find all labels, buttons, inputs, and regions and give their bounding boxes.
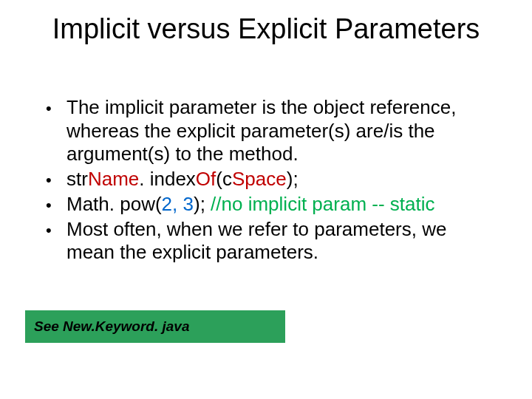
code-seg-highlight: Of <box>196 168 216 190</box>
bullet-dot: • <box>46 193 66 216</box>
bullet-item-2: • strName. indexOf(cSpace); <box>46 168 497 191</box>
code-seg-highlight: Name <box>88 168 139 190</box>
code-seg: str <box>66 168 88 190</box>
reference-callout: See New.Keyword. java <box>25 310 285 343</box>
code-seg: Math. pow( <box>66 193 162 215</box>
bullet-list: • The implicit parameter is the object r… <box>46 96 497 266</box>
code-seg-args: 2, 3 <box>162 193 194 215</box>
bullet-dot: • <box>46 218 66 242</box>
bullet-text: Most often, when we refer to parameters,… <box>66 218 497 265</box>
bullet-item-3: • Math. pow(2, 3); //no implicit param -… <box>46 193 497 216</box>
code-seg: ); <box>194 193 211 215</box>
bullet-item-4: • Most often, when we refer to parameter… <box>46 218 497 265</box>
code-seg: (c <box>216 168 232 190</box>
code-seg-comment: //no implicit param -- static <box>211 193 434 215</box>
code-seg: ); <box>287 168 299 190</box>
callout-text: See New.Keyword. java <box>34 318 190 335</box>
bullet-text: The implicit parameter is the object ref… <box>66 96 497 166</box>
slide: Implicit versus Explicit Parameters • Th… <box>0 0 532 399</box>
bullet-dot: • <box>46 96 66 120</box>
bullet-text: strName. indexOf(cSpace); <box>66 168 497 191</box>
bullet-dot: • <box>46 168 66 191</box>
bullet-item-1: • The implicit parameter is the object r… <box>46 96 497 166</box>
code-seg-highlight: Space <box>232 168 287 190</box>
code-seg: . index <box>139 168 196 190</box>
bullet-text: Math. pow(2, 3); //no implicit param -- … <box>66 193 497 216</box>
slide-title: Implicit versus Explicit Parameters <box>0 13 532 45</box>
